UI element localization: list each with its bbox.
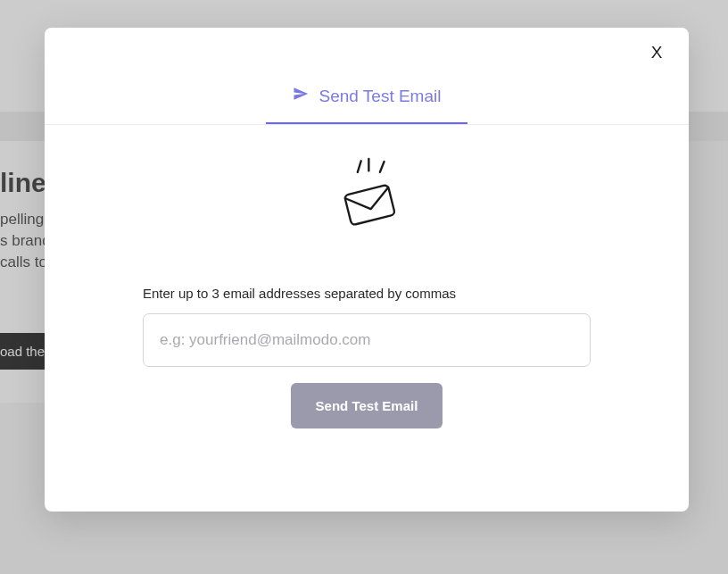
send-test-email-modal: X Send Test Email Enter up to 3 email ad… [45,28,689,512]
close-icon: X [651,43,663,62]
instruction-label: Enter up to 3 email addresses separated … [143,286,591,301]
form-area: Enter up to 3 email addresses separated … [45,286,689,428]
envelope-icon [325,155,409,239]
send-test-email-button[interactable]: Send Test Email [291,383,443,428]
email-addresses-input[interactable] [143,313,591,367]
envelope-illustration [45,155,689,239]
submit-row: Send Test Email [143,383,591,428]
svg-rect-3 [344,185,395,226]
tab-row: Send Test Email [45,28,689,125]
close-button[interactable]: X [646,42,667,63]
tab-label: Send Test Email [319,87,442,106]
svg-line-0 [358,161,361,172]
paper-plane-icon [293,86,309,106]
svg-line-2 [380,162,385,172]
tab-send-test-email[interactable]: Send Test Email [266,70,468,124]
